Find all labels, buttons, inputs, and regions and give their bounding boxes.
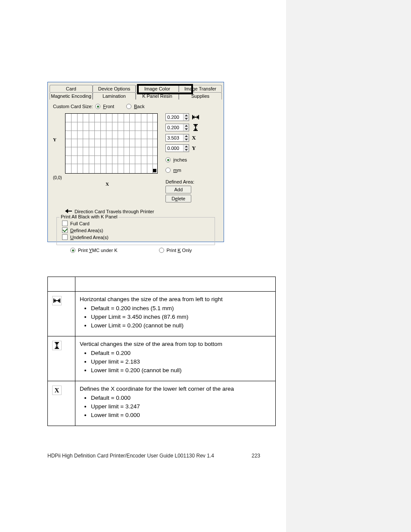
svg-marker-14 bbox=[185, 135, 188, 137]
y-spinner[interactable] bbox=[165, 144, 189, 152]
y-letter: Y bbox=[192, 145, 196, 152]
card-grid-area: Y (0,0) X bbox=[53, 113, 160, 184]
svg-marker-15 bbox=[185, 139, 188, 140]
table-row: XDefines the X coordinate for the lower … bbox=[48, 381, 276, 426]
param-bullet: Default = 0.200 bbox=[91, 350, 271, 356]
defined-area-marker bbox=[153, 169, 156, 172]
radio-mm-label: mm bbox=[173, 168, 181, 173]
radio-print-ymc-label: Print YMC under K bbox=[78, 248, 118, 253]
param-bullet: Upper Limit = 3.450 inches (87.6 mm) bbox=[91, 314, 271, 320]
delete-button[interactable]: Delete bbox=[165, 195, 191, 202]
param-bullets: Default = 0.200 inches (5.1 mm)Upper Lim… bbox=[80, 305, 271, 329]
width-up[interactable] bbox=[184, 114, 189, 118]
height-up[interactable] bbox=[184, 124, 189, 128]
svg-marker-0 bbox=[185, 115, 188, 116]
param-bullet: Lower Limit = 0.200 (cannot be null) bbox=[91, 322, 271, 329]
tab-image-color[interactable]: Image Color bbox=[136, 85, 179, 92]
param-bullet: Default = 0.200 inches (5.1 mm) bbox=[91, 305, 271, 311]
spinner-column: X Y inches bbox=[165, 113, 218, 202]
custom-card-size-label: Custom Card Size: bbox=[53, 104, 93, 109]
defined-area-label: Defined Area: bbox=[165, 179, 218, 184]
card-grid[interactable] bbox=[65, 113, 158, 174]
param-lead: Horizontal changes the size of the area … bbox=[80, 296, 271, 302]
param-desc-cell: Horizontal changes the size of the area … bbox=[75, 292, 276, 336]
fieldset-legend: Print All Black with K Panel bbox=[59, 214, 118, 219]
y-input[interactable] bbox=[166, 145, 183, 152]
param-icon-cell: X bbox=[48, 381, 75, 426]
tab-row-1: Card Device Options Image Color Image Tr… bbox=[48, 82, 224, 100]
width-icon bbox=[52, 296, 62, 305]
printer-dialog: Card Device Options Image Color Image Tr… bbox=[47, 82, 224, 242]
k-panel-resin-panel: Custom Card Size: Front Back Y (0,0) bbox=[48, 100, 224, 255]
tab-k-panel-resin[interactable]: K Panel Resin bbox=[136, 92, 179, 100]
y-down[interactable] bbox=[184, 149, 189, 152]
width-icon bbox=[192, 113, 199, 121]
chk-undefined-areas[interactable] bbox=[62, 234, 68, 240]
radio-mm[interactable] bbox=[165, 168, 171, 173]
y-axis-label: Y bbox=[53, 137, 56, 142]
radio-print-ymc[interactable] bbox=[70, 248, 75, 253]
print-black-fieldset: Print All Black with K Panel Full Card D… bbox=[56, 217, 215, 245]
table-row: Horizontal changes the size of the area … bbox=[48, 292, 276, 336]
tab-magnetic-encoding[interactable]: Magnetic Encoding bbox=[50, 92, 93, 100]
tab-image-transfer[interactable]: Image Transfer bbox=[179, 85, 222, 92]
chk-full-card[interactable] bbox=[62, 221, 68, 226]
x-down[interactable] bbox=[184, 138, 189, 142]
footer-left: HDPii High Definition Card Printer/Encod… bbox=[47, 453, 214, 459]
x-axis-label: X bbox=[106, 181, 109, 187]
width-input[interactable] bbox=[166, 114, 183, 121]
tab-device-options[interactable]: Device Options bbox=[93, 85, 136, 92]
tab-lamination[interactable]: Lamination bbox=[93, 92, 136, 100]
radio-print-k-only[interactable] bbox=[159, 248, 164, 253]
tab-card[interactable]: Card bbox=[50, 85, 93, 92]
param-bullet: Upper limit = 3.247 bbox=[91, 403, 271, 410]
x-spinner[interactable] bbox=[165, 134, 189, 142]
svg-text:X: X bbox=[55, 387, 59, 394]
param-bullets: Default = 0.000Upper limit = 3.247Lower … bbox=[80, 395, 271, 418]
param-bullet: Lower limit = 0.000 bbox=[91, 412, 271, 418]
y-up[interactable] bbox=[184, 145, 189, 149]
page-footer: HDPii High Definition Card Printer/Encod… bbox=[47, 453, 260, 459]
param-lead: Defines the X coordinate for the lower l… bbox=[80, 386, 271, 392]
param-icon-cell bbox=[48, 292, 75, 336]
width-spinner[interactable] bbox=[165, 113, 189, 121]
height-icon bbox=[192, 124, 199, 131]
x-input[interactable] bbox=[166, 134, 183, 141]
chk-defined-areas[interactable] bbox=[62, 227, 68, 233]
radio-back[interactable] bbox=[126, 104, 131, 109]
chk-defined-areas-label: Defined Area(s) bbox=[70, 228, 103, 233]
height-input[interactable] bbox=[166, 124, 183, 131]
param-bullet: Lower limit = 0.200 (cannot be null) bbox=[91, 367, 271, 373]
parameter-table: Horizontal changes the size of the area … bbox=[47, 277, 276, 426]
width-down[interactable] bbox=[184, 118, 189, 121]
radio-back-label: Back bbox=[134, 104, 144, 109]
param-desc-cell: Vertical changes the size of the area fr… bbox=[75, 336, 276, 381]
height-icon bbox=[52, 341, 62, 350]
param-desc-cell: Defines the X coordinate for the lower l… bbox=[75, 381, 276, 426]
svg-marker-17 bbox=[185, 149, 188, 151]
chk-undefined-areas-label: Undefined Area(s) bbox=[70, 235, 109, 240]
tab-supplies[interactable]: Supplies bbox=[179, 92, 222, 100]
radio-print-k-only-label: Print K Only bbox=[167, 248, 192, 253]
radio-front-label: Front bbox=[103, 104, 114, 109]
param-bullet: Upper limit = 2.183 bbox=[91, 358, 271, 365]
radio-front[interactable] bbox=[95, 104, 100, 109]
header-icon-cell bbox=[48, 277, 75, 292]
radio-inches[interactable] bbox=[165, 157, 171, 162]
chk-full-card-label: Full Card bbox=[70, 221, 90, 226]
radio-inches-label: inches bbox=[173, 157, 187, 162]
right-sidebar bbox=[286, 0, 411, 532]
x-up[interactable] bbox=[184, 134, 189, 138]
height-spinner[interactable] bbox=[165, 124, 189, 131]
x-icon: X bbox=[52, 386, 62, 395]
param-lead: Vertical changes the size of the area fr… bbox=[80, 341, 271, 347]
height-down[interactable] bbox=[184, 128, 189, 131]
document-page: Card Device Options Image Color Image Tr… bbox=[0, 0, 286, 532]
svg-marker-19 bbox=[65, 209, 68, 213]
add-button[interactable]: Add bbox=[165, 186, 191, 193]
table-row: Vertical changes the size of the area fr… bbox=[48, 336, 276, 381]
svg-marker-1 bbox=[185, 118, 188, 120]
origin-label: (0,0) bbox=[53, 175, 62, 180]
direction-label: Direction Card Travels through Printer bbox=[75, 209, 154, 214]
footer-page-number: 223 bbox=[252, 453, 260, 459]
